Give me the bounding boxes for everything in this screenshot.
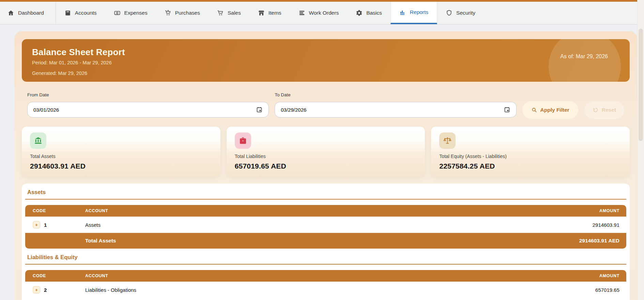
- card-label: Total Assets: [30, 154, 212, 159]
- nav-label: Purchases: [175, 10, 200, 16]
- nav-label: Sales: [228, 10, 241, 16]
- nav-label: Security: [456, 10, 475, 16]
- balance-sheet-tables: Assets CODE ACCOUNT AMOUNT +: [22, 184, 630, 300]
- main-navbar: Dashboard Accounts Expenses Purchases Sa…: [0, 2, 644, 25]
- from-date-field: From Date: [27, 92, 269, 117]
- nav-label: Items: [269, 10, 281, 16]
- nav-item-basics[interactable]: Basics: [347, 2, 390, 24]
- expand-row-button[interactable]: +: [33, 286, 40, 294]
- to-date-label: To Date: [275, 92, 516, 97]
- archive-box-icon: [64, 10, 71, 16]
- card-label: Total Equity (Assets - Liabilities): [439, 154, 622, 159]
- liabilities-section-title: Liabilities & Equity: [25, 254, 626, 260]
- nav-item-expenses[interactable]: Expenses: [105, 2, 156, 24]
- table-row: + 1 Assets 2914603.91: [25, 217, 626, 233]
- report-generated: Generated: Mar 29, 2026: [32, 70, 619, 76]
- calendar-icon[interactable]: [256, 106, 263, 113]
- total-assets-card: Total Assets 2914603.91 AED: [22, 127, 220, 176]
- account-code: 2: [44, 287, 47, 293]
- nav-item-dashboard[interactable]: Dashboard: [0, 2, 56, 24]
- card-value: 657019.65 AED: [235, 162, 417, 170]
- total-label: Total Assets: [85, 233, 517, 249]
- cart-arrow-down-icon: [165, 10, 171, 16]
- card-value: 2257584.25 AED: [439, 162, 622, 170]
- total-amount: 2914603.91 AED: [517, 233, 626, 249]
- nav-item-accounts[interactable]: Accounts: [56, 2, 105, 24]
- assets-section-title: Assets: [25, 189, 626, 195]
- scales-icon: [439, 132, 456, 149]
- nav-item-sales[interactable]: Sales: [209, 2, 249, 24]
- apply-filter-button[interactable]: Apply Filter: [522, 101, 578, 119]
- column-header-code: CODE: [25, 270, 85, 282]
- decorative-circle: [549, 39, 621, 82]
- summary-cards: Total Assets 2914603.91 AED Total Liabil…: [22, 127, 630, 176]
- page-title: Balance Sheet Report: [32, 47, 619, 58]
- to-date-input[interactable]: [281, 107, 503, 113]
- total-assets-row: Total Assets 2914603.91 AED: [25, 233, 626, 249]
- section-divider: [25, 199, 626, 200]
- column-header-code: CODE: [25, 205, 85, 217]
- reset-icon: [593, 107, 599, 113]
- report-as-of: As of: Mar 29, 2026: [560, 53, 608, 60]
- card-label: Total Liabilities: [235, 154, 417, 159]
- stacked-list-icon: [298, 10, 305, 16]
- account-code: 1: [44, 222, 47, 228]
- scrollbar-thumb[interactable]: [639, 29, 643, 141]
- nav-item-security[interactable]: Security: [437, 2, 484, 24]
- report-header-banner: Balance Sheet Report Period: Mar 01, 202…: [22, 39, 630, 82]
- nav-item-reports[interactable]: Reports: [390, 2, 437, 24]
- banknote-icon: [114, 10, 121, 16]
- section-divider: [25, 264, 626, 265]
- liabilities-table: CODE ACCOUNT AMOUNT + 2 Liabilities: [25, 270, 626, 298]
- from-date-input[interactable]: [33, 107, 256, 113]
- column-header-account: ACCOUNT: [85, 205, 517, 217]
- nav-item-purchases[interactable]: Purchases: [156, 2, 209, 24]
- column-header-amount: AMOUNT: [517, 205, 626, 217]
- briefcase-icon: [235, 132, 251, 149]
- page-scrollbar[interactable]: [637, 0, 644, 300]
- nav-label: Work Orders: [309, 10, 339, 16]
- nav-label: Reports: [410, 9, 428, 15]
- account-name: Liabilities - Obligations: [85, 282, 517, 298]
- storefront-icon: [258, 10, 265, 16]
- assets-table: CODE ACCOUNT AMOUNT + 1 Assets: [25, 205, 626, 249]
- nav-label: Basics: [366, 10, 382, 16]
- total-equity-card: Total Equity (Assets - Liabilities) 2257…: [431, 127, 630, 176]
- total-liabilities-card: Total Liabilities 657019.65 AED: [227, 127, 425, 176]
- report-period: Period: Mar 01, 2026 - Mar 29, 2026: [32, 60, 619, 65]
- reset-filter-button[interactable]: Reset: [584, 101, 624, 119]
- column-header-account: ACCOUNT: [85, 270, 517, 282]
- date-filter-bar: From Date To Date Apply Filter: [22, 92, 630, 117]
- nav-label: Dashboard: [18, 10, 44, 16]
- card-value: 2914603.91 AED: [30, 162, 212, 170]
- nav-label: Expenses: [124, 10, 148, 16]
- filter-buttons: Apply Filter Reset: [522, 101, 624, 119]
- bank-icon: [30, 132, 46, 149]
- search-icon: [531, 107, 537, 113]
- shield-icon: [446, 10, 453, 16]
- gear-icon: [356, 10, 363, 16]
- account-amount: 2914603.91: [517, 217, 626, 233]
- table-row: + 2 Liabilities - Obligations 657019.65: [25, 282, 626, 298]
- shopping-cart-icon: [217, 10, 224, 16]
- nav-item-items[interactable]: Items: [249, 2, 290, 24]
- calendar-icon[interactable]: [504, 106, 510, 113]
- nav-label: Accounts: [75, 10, 97, 16]
- column-header-amount: AMOUNT: [517, 270, 626, 282]
- account-name: Assets: [85, 217, 517, 233]
- nav-item-work-orders[interactable]: Work Orders: [290, 2, 348, 24]
- bar-chart-icon: [399, 9, 406, 16]
- account-amount: 657019.65: [517, 282, 626, 298]
- expand-row-button[interactable]: +: [33, 221, 40, 228]
- from-date-label: From Date: [27, 92, 269, 97]
- report-page-container: Balance Sheet Report Period: Mar 01, 202…: [14, 31, 637, 300]
- home-icon: [7, 10, 14, 16]
- to-date-field: To Date: [275, 92, 516, 117]
